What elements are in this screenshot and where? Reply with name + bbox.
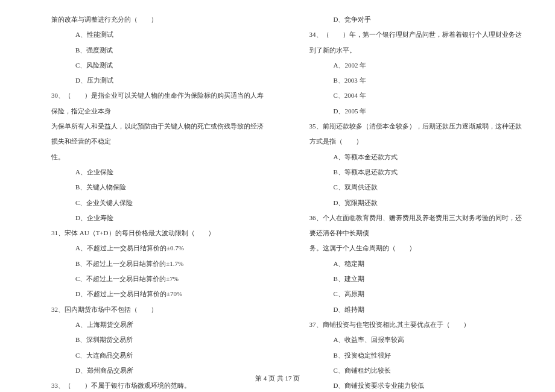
q35-opt-b: B、等额本息还款方式 bbox=[309, 165, 525, 180]
q29-opt-b: B、强度测试 bbox=[51, 43, 267, 58]
q31-opt-d: D、不超过上一交易日结算价的±70% bbox=[51, 286, 267, 302]
q35-opt-d: D、宽限期还款 bbox=[309, 195, 525, 210]
q30-opt-c: C、企业关键人保险 bbox=[51, 195, 267, 210]
q36-opt-d: D、维持期 bbox=[309, 302, 525, 317]
q32-opt-a: A、上海期货交易所 bbox=[51, 317, 267, 332]
q32-opt-b: B、深圳期货交易所 bbox=[51, 332, 267, 347]
q37-stem: 37、商铺投资与住宅投资相比,其主要优点在于（ ） bbox=[309, 317, 525, 332]
q30-opt-a: A、企业保险 bbox=[51, 165, 267, 180]
q30-opt-d: D、企业寿险 bbox=[51, 210, 267, 226]
q36-opt-a: A、稳定期 bbox=[309, 256, 525, 271]
q35-stem: 35、前期还款较多（清偿本金较多），后期还款压力逐渐减弱，这种还款方式是指（ ） bbox=[309, 119, 525, 150]
q31-opt-c: C、不超过上一交易日结算价的±7% bbox=[51, 271, 267, 286]
q36-stem-l2: 务。这属于个人生命周期的（ ） bbox=[309, 241, 525, 256]
q33-opt-d: D、竞争对手 bbox=[309, 12, 525, 27]
q31-opt-b: B、不超过上一交易日结算价的±1.7% bbox=[51, 256, 267, 271]
q36-opt-b: B、建立期 bbox=[309, 271, 525, 286]
q30-stem-l2: 为保单所有人和受益人，以此预防由于关键人物的死亡或伤残导致的经济损失和经营的不稳… bbox=[51, 119, 267, 150]
q29-opt-d: D、压力测试 bbox=[51, 73, 267, 88]
right-column: D、竞争对手 34、（ ）年，第一个银行理财产品问世，标着着银行个人理财业务达到… bbox=[309, 12, 525, 392]
q35-opt-c: C、双周供还款 bbox=[309, 180, 525, 195]
q31-opt-a: A、不超过上一交易日结算价的±0.7% bbox=[51, 241, 267, 256]
q36-opt-c: C、高原期 bbox=[309, 286, 525, 302]
q30-opt-b: B、关键人物保险 bbox=[51, 180, 267, 195]
q29-stem-tail: 策的改革与调整进行充分的（ ） bbox=[51, 12, 267, 27]
q34-stem: 34、（ ）年，第一个银行理财产品问世，标着着银行个人理财业务达到了新的水平。 bbox=[309, 27, 525, 58]
q37-opt-b: B、投资稳定性很好 bbox=[309, 348, 525, 363]
q29-opt-a: A、性能测试 bbox=[51, 27, 267, 42]
q30-stem-l3: 性。 bbox=[51, 150, 267, 165]
left-column: 策的改革与调整进行充分的（ ） A、性能测试 B、强度测试 C、风险测试 D、压… bbox=[51, 12, 267, 392]
q34-opt-a: A、2002 年 bbox=[309, 58, 525, 73]
q35-opt-a: A、等额本金还款方式 bbox=[309, 150, 525, 165]
q36-stem-l1: 36、个人在面临教育费用、赡养费用及养老费用三大财务考验的同时，还要还清各种中长… bbox=[309, 210, 525, 241]
q29-opt-c: C、风险测试 bbox=[51, 58, 267, 73]
q34-opt-b: B、2003 年 bbox=[309, 73, 525, 88]
q34-opt-c: C、2004 年 bbox=[309, 88, 525, 103]
q32-stem: 32、国内期货市场中不包括（ ） bbox=[51, 302, 267, 317]
q30-stem-l1: 30、（ ）是指企业可以关键人物的生命作为保险标的购买适当的人寿保险，指定企业本… bbox=[51, 88, 267, 119]
page-footer: 第 4 页 共 17 页 bbox=[0, 374, 555, 383]
q31-stem: 31、宋体 AU（T+D）的每日价格最大波动限制（ ） bbox=[51, 226, 267, 241]
q32-opt-c: C、大连商品交易所 bbox=[51, 348, 267, 363]
q37-opt-a: A、收益率、回报率较高 bbox=[309, 332, 525, 347]
q34-opt-d: D、2005 年 bbox=[309, 104, 525, 119]
